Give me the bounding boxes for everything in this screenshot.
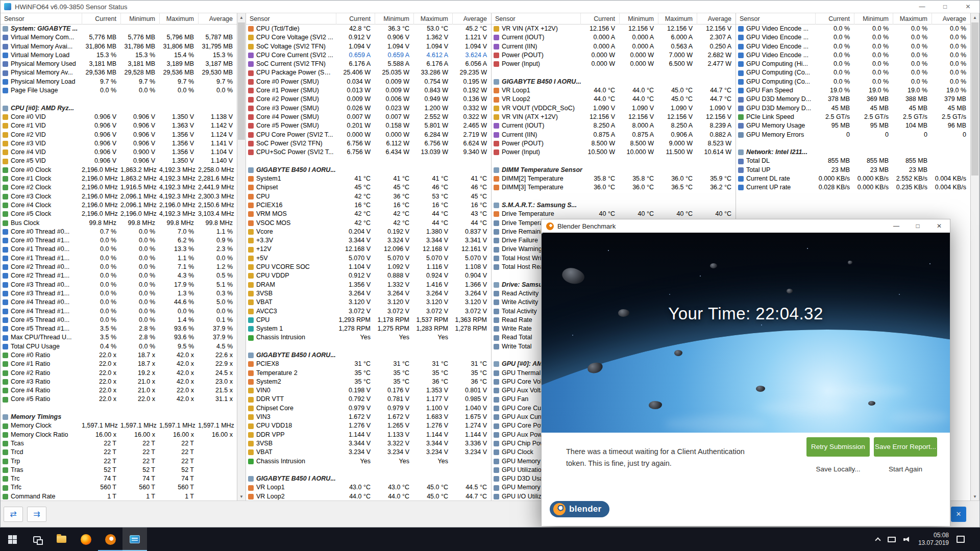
header-current[interactable]: Current bbox=[82, 13, 120, 24]
sensor-row[interactable]: CPU Core Current (SVI2 ...0.659 A0.659 A… bbox=[246, 51, 491, 60]
sensor-section-header[interactable]: GIGABYTE B450 I AORU... bbox=[492, 78, 736, 86]
sensor-row[interactable]: Power (POUT)8.500 W8.500 W9.000 W8.523 W bbox=[492, 139, 736, 148]
sensor-row[interactable]: Current (IIN)0.875 A0.875 A0.906 A0.882 … bbox=[492, 131, 736, 139]
sensor-row[interactable]: Core #5 Thread #1...3.5 %2.8 %93.6 %37.9… bbox=[1, 324, 237, 333]
sensor-row[interactable]: DRAM1.356 V1.332 V1.416 V1.366 V bbox=[246, 281, 491, 289]
sensor-row[interactable]: VR Loop144.0 °C44.0 °C45.0 °C44.7 °C bbox=[492, 86, 736, 95]
header-average[interactable]: Average bbox=[452, 13, 491, 24]
scroll-thumb[interactable] bbox=[238, 22, 245, 140]
sensor-row[interactable]: System235 °C35 °C36 °C36 °C bbox=[246, 378, 491, 386]
sensor-row[interactable]: CPU VCORE SOC1.104 V1.092 V1.116 V1.108 … bbox=[246, 263, 491, 271]
scroll-down-icon[interactable]: ▼ bbox=[971, 492, 979, 501]
tray-expand-chevron-icon[interactable] bbox=[875, 537, 880, 543]
sensor-row[interactable]: DDR VTT0.792 V0.781 V1.177 V0.985 V bbox=[246, 395, 491, 404]
forward-columns-button[interactable]: ⇉ bbox=[27, 507, 46, 522]
sensor-row[interactable]: Current (IOUT)0.000 A0.000 A6.000 A2.307… bbox=[492, 33, 736, 42]
sensor-row[interactable]: Core #0 Thread #0...0.7 %0.0 %7.0 %1.1 % bbox=[1, 228, 237, 236]
vertical-scrollbar[interactable]: ▲▼ bbox=[971, 13, 979, 501]
sensor-row[interactable]: Core #3 Thread #0...0.0 %0.0 %17.9 %5.1 … bbox=[1, 281, 237, 289]
sensor-row[interactable]: Current UP rate0.028 KB/s0.000 KB/s0.235… bbox=[736, 183, 970, 192]
header-current[interactable]: Current bbox=[336, 13, 375, 24]
sensor-row[interactable]: GPU Fan Speed19.0 %19.0 %19.0 %19.0 % bbox=[736, 86, 970, 95]
sensor-row[interactable]: SoC Voltage (SVI2 TFN)1.094 V1.094 V1.09… bbox=[246, 42, 491, 51]
maximize-icon[interactable]: □ bbox=[934, 1, 957, 13]
sensor-row[interactable]: VIN31.672 V1.672 V1.683 V1.675 V bbox=[246, 413, 491, 421]
close-icon[interactable]: ✕ bbox=[928, 219, 950, 233]
sensor-row[interactable]: 3VSB3.264 V3.264 V3.264 V3.264 V bbox=[246, 289, 491, 298]
scroll-up-icon[interactable]: ▲ bbox=[237, 13, 246, 22]
header-sensor[interactable]: Sensor bbox=[736, 13, 815, 24]
sensor-row[interactable]: +12V12.168 V12.096 V12.168 V12.161 V bbox=[246, 245, 491, 254]
sensor-row[interactable]: GPU Video Encode ...0.0 %0.0 %0.0 %0.0 % bbox=[736, 33, 970, 42]
sensor-row[interactable]: Core #3 VID0.906 V0.906 V1.356 V1.141 V bbox=[1, 139, 237, 148]
sensor-row[interactable]: CPU (Tctl/Tdie)42.8 °C36.3 °C53.0 °C45.2… bbox=[246, 24, 491, 33]
sensor-row[interactable]: System 11,278 RPM1,275 RPM1,283 RPM1,278… bbox=[246, 324, 491, 333]
sensor-row[interactable]: Page File Usage0.0 %0.0 %0.0 %0.0 % bbox=[1, 86, 237, 95]
sensor-row[interactable]: Virtual Memory Com...5,776 MB5,776 MB5,7… bbox=[1, 33, 237, 42]
sensor-row[interactable]: CPU+SoC Power (SVI2 T...6.756 W6.434 W13… bbox=[246, 148, 491, 157]
sensor-row[interactable]: VR Loop143.0 °C43.0 °C45.0 °C44.5 °C bbox=[246, 483, 491, 492]
sensor-row[interactable]: Memory Clock1,597.1 MHz1,597.1 MHz1,597.… bbox=[1, 421, 237, 430]
sensor-row[interactable]: CPU Core Power (SVI2 T...0.000 W0.000 W6… bbox=[246, 131, 491, 139]
sensor-row[interactable]: Vcore0.204 V0.192 V1.380 V0.837 V bbox=[246, 228, 491, 236]
header-maximum[interactable]: Maximum bbox=[893, 13, 932, 24]
hwinfo-titlebar[interactable]: HWiNFO64 v6.09-3850 Sensor Status — □ ✕ bbox=[1, 1, 979, 13]
task-view-button[interactable] bbox=[24, 528, 49, 551]
header-current[interactable]: Current bbox=[815, 13, 854, 24]
sensor-row[interactable]: Core #4 Power (SMU)0.007 W0.007 W2.552 W… bbox=[246, 113, 491, 121]
scroll-thumb[interactable] bbox=[971, 22, 978, 176]
sensor-row[interactable]: Chassis IntrusionYesYesYes bbox=[246, 457, 491, 466]
sensor-row[interactable]: Core #1 Ratio22.0 x18.7 x42.0 x22.9 x bbox=[1, 360, 237, 368]
retry-submission-button[interactable]: Retry Submission bbox=[806, 437, 870, 457]
header-minimum[interactable]: Minimum bbox=[120, 13, 159, 24]
sensor-row[interactable]: Core #2 Power (SMU)0.009 W0.006 W0.949 W… bbox=[246, 95, 491, 104]
sensor-row[interactable]: Temperature 235 °C35 °C35 °C35 °C bbox=[246, 369, 491, 378]
header-average[interactable]: Average bbox=[932, 13, 970, 24]
scroll-down-icon[interactable]: ▼ bbox=[237, 492, 246, 501]
sensor-row[interactable]: VIN00.198 V0.176 V1.353 V0.801 V bbox=[246, 386, 491, 395]
sensor-section-header[interactable]: CPU [#0]: AMD Ryz... bbox=[1, 104, 237, 113]
sensor-row[interactable]: Tcas22 T22 T22 T bbox=[1, 439, 237, 448]
sensor-row[interactable]: CPU42 °C36 °C53 °C45 °C bbox=[246, 192, 491, 201]
sensor-section-header[interactable]: System: GIGABYTE ... bbox=[1, 24, 237, 33]
sensor-row[interactable]: DIMM[3] Temperature36.0 °C36.0 °C36.5 °C… bbox=[492, 183, 736, 192]
sensor-row[interactable]: Chipset45 °C45 °C46 °C46 °C bbox=[246, 183, 491, 192]
sensor-row[interactable]: Core #0 VID0.906 V0.906 V1.350 V1.138 V bbox=[1, 113, 237, 121]
sensor-row[interactable]: Current (IIN)0.000 A0.000 A0.563 A0.250 … bbox=[492, 42, 736, 51]
sensor-row[interactable]: Core #1 Thread #0...0.0 %0.0 %13.3 %2.3 … bbox=[1, 245, 237, 254]
sensor-section-header[interactable]: Network: Intel I211... bbox=[736, 148, 970, 157]
sensor-row[interactable]: Trp22 T22 T22 T bbox=[1, 457, 237, 466]
sensor-row[interactable]: VR VOUT (VDDCR_SoC)1.090 V1.090 V1.090 V… bbox=[492, 104, 736, 113]
sensor-row[interactable]: VSOC MOS42 °C42 °C44 °C44 °C bbox=[246, 219, 491, 228]
sensor-row[interactable]: GPU Computing (Co...0.0 %0.0 %0.0 %0.0 % bbox=[736, 78, 970, 86]
sensor-row[interactable]: Chassis IntrusionYesYesYes bbox=[246, 333, 491, 342]
sensor-row[interactable]: DDR VPP1.144 V1.133 V1.144 V1.144 V bbox=[246, 431, 491, 439]
sensor-row[interactable]: Core #1 VID0.906 V0.906 V1.363 V1.142 V bbox=[1, 121, 237, 130]
blender-taskbar-button[interactable] bbox=[98, 528, 122, 551]
sensor-row[interactable]: GPU D3D Memory D...378 MB369 MB388 MB379… bbox=[736, 95, 970, 104]
sensor-row[interactable]: Core #0 Power (SMU)0.034 W0.009 W0.754 W… bbox=[246, 78, 491, 86]
sensor-row[interactable]: GPU Computing (Hi...0.0 %0.0 %0.0 %0.0 % bbox=[736, 60, 970, 68]
close-sensors-button[interactable]: ✕ bbox=[951, 507, 966, 522]
sensor-row[interactable]: VR VIN (ATX +12V)12.156 V12.156 V12.156 … bbox=[492, 24, 736, 33]
sensor-row[interactable]: CPU Package Power (SMU)25.406 W25.035 W3… bbox=[246, 68, 491, 77]
header-maximum[interactable]: Maximum bbox=[658, 13, 697, 24]
header-average[interactable]: Average bbox=[697, 13, 736, 24]
sensor-row[interactable]: Tras52 T52 T52 T bbox=[1, 466, 237, 474]
sensor-row[interactable]: Core #3 Clock2,196.0 MHz2,096.1 MHz4,192… bbox=[1, 192, 237, 201]
header-sensor[interactable]: Sensor bbox=[246, 13, 336, 24]
sensor-row[interactable]: PCIe Link Speed2.5 GT/s2.5 GT/s2.5 GT/s2… bbox=[736, 113, 970, 121]
sensor-row[interactable]: Core #5 Clock2,196.0 MHz2,196.0 MHz4,192… bbox=[1, 210, 237, 218]
start-again-link[interactable]: Start Again bbox=[874, 465, 937, 473]
sensor-section-header[interactable]: DIMM Temperature Sensor bbox=[492, 166, 736, 174]
sensor-row[interactable]: VBAT3.120 V3.120 V3.120 V3.120 V bbox=[246, 298, 491, 307]
taskbar-clock[interactable]: 05:08 13.07.2019 bbox=[918, 532, 949, 547]
sensor-row[interactable]: PCIEX1616 °C16 °C16 °C16 °C bbox=[246, 201, 491, 210]
sensor-row[interactable]: Core #1 Thread #1...0.0 %0.0 %1.1 %0.0 % bbox=[1, 254, 237, 263]
sensor-row[interactable]: Core #2 Thread #0...0.0 %0.0 %7.1 %1.2 % bbox=[1, 263, 237, 271]
sensor-row[interactable]: Command Rate1 T1 T1 T bbox=[1, 492, 237, 501]
sensor-row[interactable]: +5V5.070 V5.070 V5.070 V5.070 V bbox=[246, 254, 491, 263]
sensor-row[interactable]: CPU Core Voltage (SVI2 ...0.912 V0.906 V… bbox=[246, 33, 491, 42]
sensor-row[interactable]: Trfc560 T560 T560 T bbox=[1, 483, 237, 492]
sensor-row[interactable]: Power (Input)10.500 W10.000 W11.500 W10.… bbox=[492, 148, 736, 157]
